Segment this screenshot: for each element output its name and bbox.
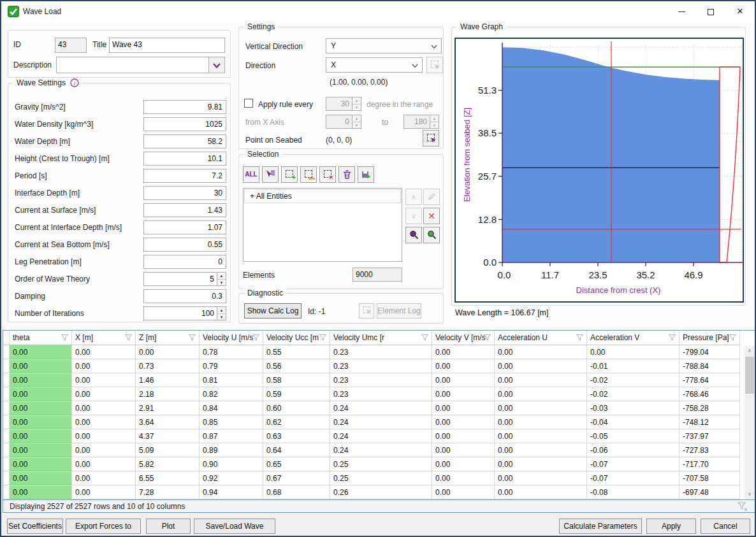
column-header[interactable]: X [m] <box>72 331 136 345</box>
apply-rule-checkbox[interactable] <box>244 99 253 108</box>
scrollbar-thumb[interactable] <box>745 357 754 394</box>
save-selection-button[interactable] <box>358 166 374 183</box>
list-item[interactable]: + All Entities <box>244 189 401 203</box>
table-row[interactable]: 0.000.007.280.940.680.260.000.00-0.08-69… <box>3 485 740 499</box>
column-header[interactable]: Z [m] <box>136 331 200 345</box>
x-axis-title: Distance from crest (X) <box>576 285 661 295</box>
spin-down-icon[interactable]: ▼ <box>217 280 226 286</box>
row-header-strip <box>3 359 10 373</box>
wave-setting-field[interactable]: 5▲▼ <box>143 272 226 286</box>
column-header[interactable]: Acceleration V <box>587 331 680 345</box>
maximize-button[interactable] <box>696 1 725 21</box>
filter-funnel-icon[interactable] <box>319 334 327 341</box>
grid-vertical-scrollbar[interactable]: ∧ ∨ <box>745 346 755 499</box>
zoom-fit-button[interactable] <box>423 227 440 243</box>
vertical-direction-combo[interactable]: Y <box>326 38 442 54</box>
filter-funnel-icon[interactable] <box>61 334 69 341</box>
apply-button[interactable]: Apply <box>646 519 696 534</box>
clear-selection-button[interactable]: ✕ <box>319 166 336 183</box>
magnifier-purple-icon <box>409 230 419 240</box>
filter-funnel-icon[interactable] <box>729 334 737 341</box>
table-cell: 0.00 <box>10 359 72 373</box>
pick-arrow-icon <box>430 137 437 143</box>
table-row[interactable]: 0.000.002.180.820.590.230.000.00-0.02-76… <box>3 387 740 401</box>
add-to-selection-button[interactable]: + <box>281 166 298 183</box>
scroll-up-icon[interactable]: ∧ <box>745 346 755 356</box>
table-cell: 5.09 <box>136 443 200 457</box>
remove-from-selection-button[interactable]: ▬ <box>300 166 317 183</box>
table-row[interactable]: 0.000.002.910.840.600.240.000.00-0.03-75… <box>3 401 740 415</box>
show-calc-log-button[interactable]: Show Calc Log <box>244 303 302 319</box>
wave-graph-plot[interactable]: 0.0 12.8 25.7 38.5 51.3 0.0 11.7 23.5 35… <box>454 38 744 303</box>
wave-setting-field[interactable]: 1.07 <box>143 220 226 234</box>
column-header[interactable]: Acceleration U <box>495 331 587 345</box>
spinner-buttons[interactable]: ▲▼ <box>217 273 226 285</box>
filter-funnel-icon[interactable] <box>421 334 429 341</box>
cancel-button[interactable]: Cancel <box>701 519 750 534</box>
calculate-parameters-button[interactable]: Calculate Parameters <box>559 519 642 534</box>
svg-text:38.5: 38.5 <box>478 127 497 138</box>
delete-item-button[interactable]: ✕ <box>423 208 440 224</box>
wave-setting-field[interactable]: 0.3 <box>143 289 226 303</box>
minimize-button[interactable] <box>667 1 696 21</box>
column-header[interactable]: theta <box>10 331 72 345</box>
zoom-selection-button[interactable] <box>405 227 422 243</box>
column-header[interactable]: Velocity Ucc [m <box>263 331 330 345</box>
column-header[interactable]: Velocity Umc [r <box>330 331 432 345</box>
clear-filter-icon[interactable] <box>738 502 748 512</box>
title-field[interactable]: Wave 43 <box>109 38 225 53</box>
pick-from-tree-button[interactable] <box>262 166 279 183</box>
column-header[interactable]: Velocity V [m/s <box>432 331 495 345</box>
wave-setting-field[interactable]: 0.55 <box>143 238 226 252</box>
delete-selection-button[interactable] <box>338 166 355 183</box>
filter-funnel-icon[interactable] <box>668 334 676 341</box>
select-all-button[interactable]: ALL <box>243 166 259 183</box>
table-row[interactable]: 0.000.005.090.890.640.240.000.00-0.06-72… <box>3 443 740 457</box>
wave-setting-field[interactable]: 9.81 <box>143 100 226 114</box>
wave-setting-field[interactable]: 100▲▼ <box>143 306 226 320</box>
filter-funnel-icon[interactable] <box>576 334 584 341</box>
move-down-button: ∨ <box>405 208 422 224</box>
description-combo[interactable] <box>56 57 225 73</box>
wave-setting-field[interactable]: 1025 <box>143 117 226 131</box>
wave-setting-field[interactable]: 1.43 <box>143 203 226 217</box>
table-row[interactable]: 0.000.003.640.850.620.240.000.00-0.04-74… <box>3 415 740 429</box>
column-header[interactable]: Velocity U [m/s <box>200 331 263 345</box>
description-dropdown-button[interactable] <box>208 57 224 73</box>
spin-up-icon[interactable]: ▲ <box>217 273 226 280</box>
table-row[interactable]: 0.000.000.000.780.550.230.000.000.00-799… <box>3 345 740 359</box>
pick-seabed-point-button[interactable] <box>423 130 439 147</box>
wave-setting-field[interactable]: 10.1 <box>143 152 226 166</box>
table-row[interactable]: 0.000.006.550.920.670.250.000.00-0.07-70… <box>3 471 740 485</box>
selection-list[interactable]: + All Entities <box>243 188 402 262</box>
set-coefficients-button[interactable]: Set Coefficients <box>7 519 63 534</box>
wave-setting-field[interactable]: 7.2 <box>143 169 226 183</box>
scroll-down-icon[interactable]: ∨ <box>745 489 755 499</box>
wave-setting-field[interactable]: 0 <box>143 255 226 269</box>
filter-funnel-icon[interactable] <box>124 334 133 341</box>
wave-setting-label: Current at Interface Depth [m/s] <box>15 223 122 232</box>
table-row[interactable]: 0.000.004.370.870.630.240.000.00-0.05-73… <box>3 429 740 443</box>
filter-funnel-icon[interactable] <box>483 334 491 341</box>
filter-funnel-icon[interactable] <box>188 334 196 341</box>
svg-text:35.2: 35.2 <box>636 269 655 280</box>
spinner-buttons[interactable]: ▲▼ <box>217 307 226 320</box>
id-field[interactable]: 43 <box>55 38 87 53</box>
table-row[interactable]: 0.000.005.820.900.650.250.000.00-0.07-71… <box>3 457 740 471</box>
save-load-wave-settings-button[interactable]: Save/Load Wave Settings <box>194 519 275 534</box>
close-button[interactable]: ✕ <box>725 1 755 21</box>
info-icon[interactable]: i <box>70 78 79 87</box>
table-row[interactable]: 0.000.001.460.810.580.230.000.00-0.02-77… <box>3 373 740 387</box>
direction-combo[interactable]: X <box>326 57 423 73</box>
export-forces-to-excel-button[interactable]: Export Forces to Excel <box>66 519 141 534</box>
plot-button[interactable]: Plot <box>146 519 191 534</box>
wave-setting-field[interactable]: 58.2 <box>143 134 226 148</box>
spin-up-icon[interactable]: ▲ <box>217 307 226 314</box>
table-cell: 6.55 <box>136 471 200 485</box>
column-header[interactable]: Pressure [Pa] <box>680 331 740 345</box>
spin-down-icon[interactable]: ▼ <box>217 314 226 320</box>
filter-funnel-icon[interactable] <box>252 334 260 341</box>
table-row[interactable]: 0.000.000.730.790.560.230.000.00-0.01-78… <box>3 359 740 373</box>
table-cell: 0.24 <box>330 415 432 429</box>
wave-setting-field[interactable]: 30 <box>143 186 226 200</box>
